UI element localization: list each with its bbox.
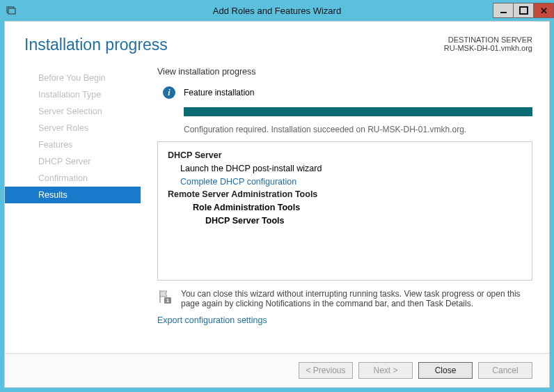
feature-installation-label: Feature installation	[184, 88, 254, 97]
next-button: Next >	[358, 362, 413, 379]
nav-dhcp-server: DHCP Server	[5, 153, 141, 170]
window-controls: ✕	[493, 3, 554, 18]
note-row: 1 You can close this wizard without inte…	[157, 289, 532, 308]
feature-status-row: i Feature installation	[157, 86, 532, 99]
main-body: Before You Begin Installation Type Serve…	[5, 60, 549, 353]
view-progress-label: View installation progress	[157, 67, 532, 77]
maximize-button[interactable]	[513, 3, 534, 18]
note-text: You can close this wizard without interr…	[181, 289, 532, 308]
close-window-button[interactable]: ✕	[533, 3, 554, 18]
header: Installation progress DESTINATION SERVER…	[5, 22, 549, 60]
footer: < Previous Next > Close Cancel	[5, 353, 549, 387]
sidebar: Before You Begin Installation Type Serve…	[5, 60, 141, 353]
nav-before-you-begin: Before You Begin	[5, 70, 141, 86]
nav-results[interactable]: Results	[5, 187, 141, 203]
results-box: DHCP Server Launch the DHCP post-install…	[157, 141, 532, 281]
destination-label: DESTINATION SERVER	[444, 36, 532, 44]
result-tools-sub: Role Administration Tools	[168, 201, 522, 214]
titlebar: Add Roles and Features Wizard ✕	[0, 0, 554, 21]
nav-features: Features	[5, 136, 141, 153]
progress-bar-wrap	[184, 107, 532, 116]
nav-server-roles: Server Roles	[5, 120, 141, 136]
destination-info: DESTINATION SERVER RU-MSK-DH-01.vmkh.org	[444, 36, 532, 52]
status-text: Configuration required. Installation suc…	[184, 125, 532, 134]
content-pane: View installation progress i Feature ins…	[141, 60, 549, 353]
previous-button: < Previous	[299, 362, 353, 379]
window-title: Add Roles and Features Wizard	[0, 6, 554, 16]
result-tools-header: Remote Server Administration Tools	[168, 188, 522, 201]
svg-text:1: 1	[166, 297, 170, 304]
wizard-body: Installation progress DESTINATION SERVER…	[4, 21, 550, 388]
destination-server: RU-MSK-DH-01.vmkh.org	[444, 44, 532, 52]
wizard-window: Add Roles and Features Wizard ✕ Installa…	[0, 0, 554, 392]
info-icon: i	[163, 86, 175, 99]
result-tools-leaf: DHCP Server Tools	[168, 214, 522, 228]
result-launch-text: Launch the DHCP post-install wizard	[168, 162, 522, 175]
minimize-button[interactable]	[493, 3, 514, 18]
export-settings-link[interactable]: Export configuration settings	[157, 315, 532, 325]
nav-server-selection: Server Selection	[5, 103, 141, 120]
cancel-button: Cancel	[478, 362, 532, 379]
flag-icon: 1	[157, 289, 173, 304]
close-button[interactable]: Close	[418, 362, 473, 379]
complete-dhcp-link[interactable]: Complete DHCP configuration	[168, 175, 522, 189]
nav-confirmation: Confirmation	[5, 170, 141, 187]
page-title: Installation progress	[24, 36, 168, 54]
result-role: DHCP Server	[168, 149, 522, 162]
nav-installation-type: Installation Type	[5, 86, 141, 103]
progress-bar	[184, 107, 532, 116]
